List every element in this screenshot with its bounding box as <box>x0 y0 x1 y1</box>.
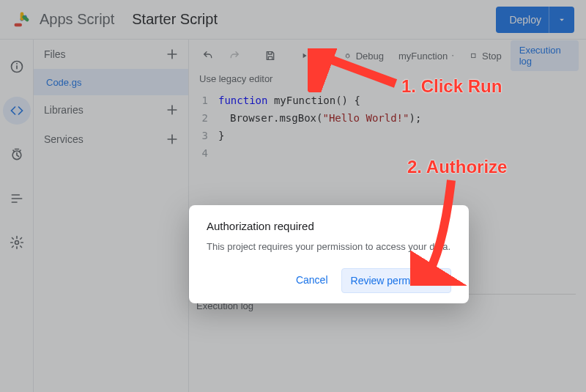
modal-scrim[interactable] <box>0 0 586 392</box>
dialog-body: This project requires your permission to… <box>207 241 451 252</box>
cancel-button[interactable]: Cancel <box>289 268 335 293</box>
dialog-title: Authorization required <box>207 220 451 232</box>
review-permissions-button[interactable]: Review permissions <box>341 268 451 293</box>
authorization-dialog: Authorization required This project requ… <box>189 205 469 303</box>
